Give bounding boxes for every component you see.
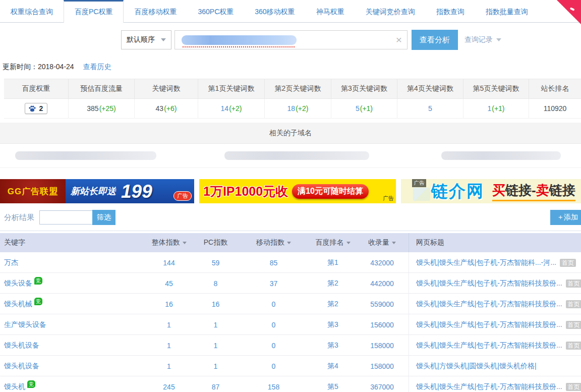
overall-index-value[interactable]: 1	[144, 342, 194, 350]
redacted-subdomain-link[interactable]	[224, 151, 369, 160]
col-mobile-index[interactable]: 移动指数	[237, 238, 310, 247]
page1-keywords-value[interactable]: 14	[221, 104, 229, 113]
tab-index-query[interactable]: 指数查询	[426, 0, 475, 23]
page1-keywords-delta: (+2)	[229, 104, 242, 113]
mobile-index-value: 0	[237, 300, 310, 308]
ad-banner-link-market[interactable]: 广告 链介网 买链接-卖链接	[401, 179, 581, 203]
summary-header: 第2页关键词数	[265, 79, 331, 99]
redacted-subdomain-link[interactable]	[441, 151, 561, 160]
update-time-label: 更新时间：2018-04-24	[3, 63, 74, 71]
ad3-sell: 卖	[536, 183, 549, 198]
summary-header-row: 百度权重 预估百度流量 关键词数 第1页关键词数 第2页关键词数 第3页关键词数…	[4, 79, 581, 99]
indexed-count-value[interactable]: 442000	[356, 279, 409, 288]
keyword-link[interactable]: 馒头机设备	[4, 362, 39, 371]
overall-index-value[interactable]: 1	[144, 362, 194, 370]
ad3-slogan: 买链接-卖链接	[492, 182, 575, 201]
keyword-link[interactable]: 生产馒头设备	[4, 320, 46, 329]
update-time-bar: 更新时间：2018-04-24 查看历史	[3, 63, 581, 72]
tab-keyword-bid-query[interactable]: 关键词竞价查询	[355, 0, 426, 23]
query-history-dropdown[interactable]: 查询记录	[464, 35, 501, 44]
ribbon-mark-icon	[570, 7, 575, 11]
page3-keywords-value[interactable]: 5	[356, 104, 360, 113]
page5-keywords-value[interactable]: 1	[487, 104, 491, 113]
ad1-brand: GG广告联盟	[0, 179, 66, 203]
ad3-brand: 链介网	[431, 180, 484, 203]
weight-summary-table: 百度权重 预估百度流量 关键词数 第1页关键词数 第2页关键词数 第3页关键词数…	[4, 79, 581, 119]
page-title-link[interactable]: 馒头机|馒头生产线|包子机-万杰智能科技股份...	[416, 341, 562, 350]
baidu-pc-weight-page: 权重综合查询 百度PC权重 百度移动权重 360PC权重 360移动权重 神马权…	[0, 0, 581, 392]
page-title-link[interactable]: 馒头机|馒头生产线|包子机-万杰智能科技股份...	[416, 382, 562, 391]
bid-icon: 竞	[34, 298, 42, 305]
sort-arrow-icon[interactable]	[287, 242, 291, 244]
tab-360-mobile-weight[interactable]: 360移动权重	[244, 0, 305, 23]
col-keyword[interactable]: 关键字	[0, 238, 144, 247]
indexed-count-value[interactable]: 367000	[356, 383, 409, 391]
analyze-button[interactable]: 查看分析	[412, 30, 458, 50]
sort-arrow-icon[interactable]	[183, 242, 187, 244]
col-baidu-rank[interactable]: 百度排名	[310, 238, 356, 247]
indexed-count-value[interactable]: 158000	[356, 362, 409, 370]
page-title-link[interactable]: 馒头机|馒头生产线|包子机-万杰智能科...-河...	[416, 258, 556, 267]
overall-index-value[interactable]: 245	[144, 383, 194, 391]
indexed-count-value[interactable]: 432000	[356, 259, 409, 267]
ad-banner-ip-buy[interactable]: 1万IP1000元收 满10元可随时结算 广告	[199, 179, 396, 203]
ad-banner-gg-alliance[interactable]: GG广告联盟 新站长即送 199 广告	[0, 179, 194, 203]
page4-keywords-value[interactable]: 5	[428, 104, 432, 113]
keyword-link[interactable]: 万杰	[4, 258, 18, 267]
view-history-link[interactable]: 查看历史	[83, 63, 111, 71]
col-indexed-count[interactable]: 收录量	[356, 238, 409, 247]
keyword-link[interactable]: 馒头机械	[4, 300, 32, 309]
ad3-buy: 买	[492, 183, 505, 198]
baidu-rank-value: 第2	[310, 279, 356, 288]
sort-arrow-icon[interactable]	[392, 242, 396, 244]
add-button[interactable]: ＋添加	[550, 210, 581, 225]
baidu-weight-badge[interactable]: 2	[25, 103, 48, 114]
page-title-link[interactable]: 馒头机|方馒头机|圆馒头机|馒头机价格|	[416, 362, 537, 371]
overall-index-value[interactable]: 144	[144, 259, 194, 267]
indexed-count-value[interactable]: 158000	[356, 342, 409, 350]
pc-index-value: 87	[194, 383, 237, 391]
keyword-link[interactable]: 馒头机设备	[4, 341, 39, 350]
keyword-link[interactable]: 馒头设备	[4, 279, 32, 288]
overall-index-value[interactable]: 1	[144, 321, 194, 329]
overall-index-value[interactable]: 16	[144, 300, 194, 308]
sort-arrow-icon[interactable]	[346, 242, 351, 244]
col-overall-index[interactable]: 整体指数	[144, 238, 194, 247]
keyword-link[interactable]: 馒头机	[4, 382, 25, 391]
tab-baidu-pc-weight[interactable]: 百度PC权重	[64, 0, 124, 23]
baidu-rank-value: 第4	[310, 362, 356, 371]
table-row: 万杰竞 144 59 85 第1 432000 馒头机|馒头生产线|包子机-万杰…	[0, 252, 581, 273]
tab-weight-overview[interactable]: 权重综合查询	[0, 0, 64, 23]
ad3-ad-tag: 广告	[412, 179, 426, 187]
indexed-count-value[interactable]: 156000	[356, 321, 409, 329]
clear-icon[interactable]: ×	[396, 33, 402, 46]
ad2-pill: 满10元可随时结算	[292, 184, 369, 199]
page-title-link[interactable]: 馒头机|馒头生产线|包子机-万杰智能科技股份...	[416, 320, 562, 329]
homepage-badge: 首页	[566, 279, 581, 288]
pc-index-value: 8	[194, 279, 237, 288]
tab-shenma-weight[interactable]: 神马权重	[306, 0, 355, 23]
bid-icon: 竞	[34, 277, 42, 285]
filter-button[interactable]: 筛选	[92, 210, 115, 225]
page-title-link[interactable]: 馒头机|馒头生产线|包子机-万杰智能科技股份...	[416, 279, 562, 288]
tab-index-batch-query[interactable]: 指数批量查询	[475, 0, 539, 23]
chevron-down-icon	[496, 38, 501, 41]
page2-keywords-value[interactable]: 18	[287, 104, 296, 113]
keyword-count-value: 43	[156, 104, 164, 113]
sort-order-select[interactable]: 默认顺序	[121, 30, 171, 49]
pc-index-value: 59	[194, 259, 237, 267]
webmaster-rank-value: 110920	[544, 104, 567, 113]
domain-input[interactable]: ×	[175, 30, 408, 49]
mobile-index-value: 0	[237, 362, 310, 370]
col-pc-index[interactable]: PC指数	[194, 238, 237, 247]
keyword-filter-input[interactable]	[39, 210, 93, 225]
baidu-rank-value: 第2	[310, 300, 356, 309]
tab-baidu-mobile-weight[interactable]: 百度移动权重	[124, 0, 187, 23]
redacted-subdomain-link[interactable]	[15, 151, 156, 160]
indexed-count-value[interactable]: 559000	[356, 300, 409, 308]
homepage-badge: 首页	[566, 383, 581, 391]
col-mobile-index-label: 移动指数	[256, 238, 284, 246]
tab-360-pc-weight[interactable]: 360PC权重	[187, 0, 244, 23]
page-title-link[interactable]: 馒头机|馒头生产线|包子机-万杰智能科技股份...	[416, 300, 562, 309]
overall-index-value[interactable]: 45	[144, 279, 194, 288]
